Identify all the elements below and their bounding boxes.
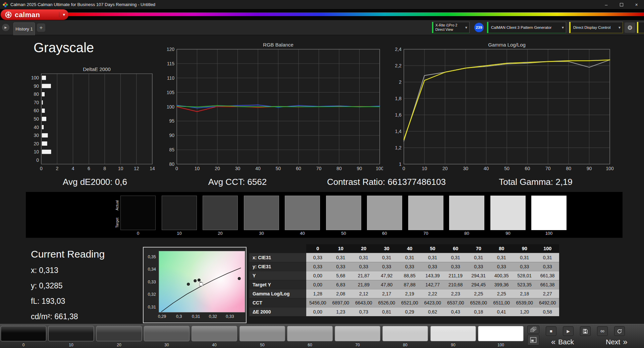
svg-text:90: 90 — [34, 83, 39, 89]
table-cell: 6492,00 — [536, 298, 559, 307]
meter-mode: Direct View — [435, 27, 457, 32]
swatch-label: 40 — [285, 231, 320, 236]
meter-selector[interactable]: X-Rite i1Pro 2 Direct View ▾ — [432, 22, 470, 33]
play-button[interactable]: ▶ — [563, 326, 574, 336]
pattern-button-90[interactable] — [430, 326, 476, 341]
cie-y-tick-label: 0,35 — [148, 255, 156, 259]
pattern-button-40[interactable] — [192, 326, 237, 341]
pattern-button-80[interactable] — [382, 326, 428, 341]
gamma-svg: Gamma Log/Log010203040506070809010011,21… — [388, 42, 614, 176]
cie-x-tick-label: 0,32 — [209, 314, 217, 319]
table-cell: 2,25 — [467, 289, 490, 298]
svg-text:30: 30 — [463, 166, 468, 171]
history-expand-button[interactable]: ▶ — [2, 24, 9, 31]
actual-axis-label: Actual — [115, 200, 119, 211]
cie-y-tick-label: 0,33 — [148, 280, 156, 284]
svg-text:0: 0 — [40, 166, 43, 171]
partial-widget[interactable] — [637, 22, 644, 33]
pattern-button-100[interactable] — [478, 326, 524, 341]
column-header: 60 — [444, 244, 467, 253]
history-tab-label: History 1 — [15, 26, 33, 31]
save-button[interactable] — [580, 326, 591, 336]
pattern-button-0[interactable] — [1, 326, 46, 341]
svg-text:1,6: 1,6 — [395, 112, 402, 118]
grayscale-swatch-0 — [120, 196, 156, 230]
table-cell: 6897,00 — [329, 298, 353, 307]
svg-text:30: 30 — [235, 166, 240, 171]
meter-name: X-Rite i1Pro 2 — [435, 23, 457, 27]
svg-text:Gamma Log/Log: Gamma Log/Log — [488, 42, 526, 48]
table-cell: 523,35 — [513, 280, 536, 289]
table-cell: 2,08 — [329, 289, 353, 298]
table-row: y: CIE310,330,330,330,330,330,330,330,33… — [249, 262, 559, 271]
grayscale-swatch-strip: Actual Target 0102030405060708090100 — [26, 192, 623, 238]
calman-main-menu-button[interactable]: calman ▾ — [1, 9, 68, 20]
table-cell: 2,19 — [398, 289, 421, 298]
svg-text:100: 100 — [376, 166, 383, 171]
pattern-button-70[interactable] — [335, 326, 380, 341]
table-cell: 294,31 — [467, 271, 490, 280]
svg-text:120: 120 — [167, 47, 175, 52]
pattern-button-label: 30 — [144, 343, 190, 347]
table-cell: 0,00 — [306, 307, 329, 316]
cie-x-tick-label: 0,31 — [192, 314, 200, 319]
table-row: Target Y0,006,8321,8947,8087,88142,77210… — [249, 280, 559, 289]
column-header: 10 — [329, 244, 353, 253]
table-cell: 0,00 — [306, 271, 329, 280]
swatch-label: 50 — [326, 231, 361, 236]
table-row: ΔE 20000,001,230,730,810,290,620,430,180… — [249, 307, 559, 316]
pattern-generator-selector[interactable]: CalMAN Client 3 Pattern Generator ▾ — [487, 22, 566, 33]
pattern-button-label: 10 — [48, 343, 94, 347]
stat-avg-de2000: Avg dE2000: 0,6 — [63, 177, 127, 187]
svg-text:1,4: 1,4 — [395, 129, 402, 134]
window-layout-button[interactable] — [527, 326, 539, 334]
table-cell: 0,33 — [490, 262, 513, 271]
table-cell: 0,31 — [421, 253, 444, 262]
table-cell: 1,23 — [329, 307, 353, 316]
table-cell: 0,33 — [329, 262, 353, 271]
svg-text:14: 14 — [150, 166, 155, 171]
svg-text:80: 80 — [34, 91, 39, 97]
current-reading-panel: Current Reading x: 0,313 y: 0,3285 fL: 1… — [31, 249, 105, 328]
grayscale-swatch-100 — [531, 196, 567, 230]
corner-cell — [249, 244, 306, 253]
calman-logo-icon — [5, 11, 12, 18]
close-button[interactable]: × — [629, 0, 644, 9]
back-button[interactable]: « Back — [551, 337, 574, 347]
svg-text:DeltaE 2000: DeltaE 2000 — [83, 66, 111, 72]
table-cell: 2,12 — [352, 289, 375, 298]
pattern-button-50[interactable] — [239, 326, 285, 341]
grayscale-swatch-40 — [285, 196, 320, 230]
minimize-button[interactable]: – — [599, 0, 614, 9]
refresh-icon — [617, 329, 622, 334]
pattern-window-button[interactable] — [527, 335, 539, 345]
grayscale-swatch-50 — [326, 196, 361, 230]
next-button[interactable]: Next » — [606, 337, 628, 347]
meter-count-badge: 239 — [474, 23, 484, 32]
add-tab-button[interactable]: + — [37, 23, 45, 32]
settings-button[interactable]: ⚙ — [625, 22, 635, 33]
pattern-button-label: 80 — [382, 343, 428, 347]
maximize-button[interactable] — [614, 0, 629, 9]
stop-button[interactable]: ■ — [546, 326, 556, 336]
svg-text:70: 70 — [34, 100, 39, 105]
continuous-measure-button[interactable]: ∞ — [597, 326, 608, 336]
table-cell: 0,33 — [467, 262, 490, 271]
refresh-button[interactable] — [614, 326, 625, 336]
svg-text:50: 50 — [504, 166, 509, 171]
pattern-button-20[interactable] — [96, 326, 142, 341]
tab-history-1[interactable]: History 1 — [13, 22, 35, 35]
table-cell: 0,31 — [329, 253, 353, 262]
pattern-button-label: 50 — [239, 343, 285, 347]
pattern-button-10[interactable] — [48, 326, 94, 341]
pattern-button-60[interactable] — [287, 326, 333, 341]
cie-overlay — [159, 251, 245, 312]
chevron-down-icon: ▾ — [619, 25, 621, 30]
table-cell: 0,31 — [513, 253, 536, 262]
display-control-selector[interactable]: Direct Display Control ▾ — [569, 22, 623, 33]
row-label: ΔE 2000 — [249, 307, 306, 316]
pattern-button-30[interactable] — [144, 326, 190, 341]
pattern-button-label: 70 — [335, 343, 380, 347]
svg-text:10: 10 — [195, 166, 200, 171]
svg-text:50: 50 — [276, 166, 281, 171]
